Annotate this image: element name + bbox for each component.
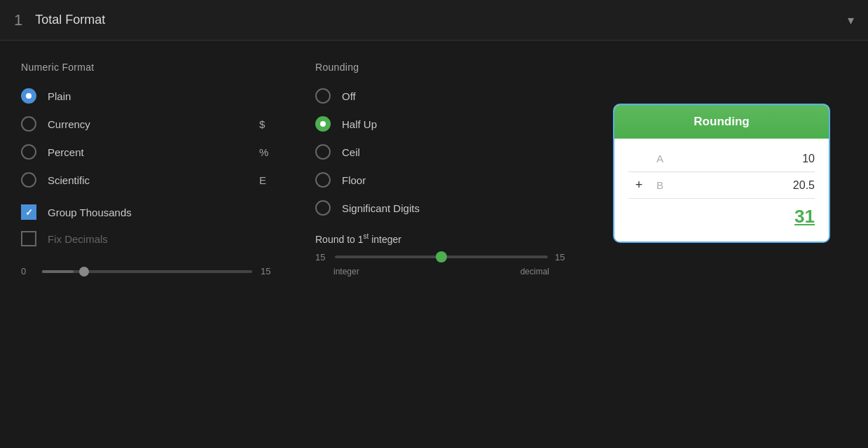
radio-scientific-label: Scientific bbox=[48, 174, 248, 186]
decimals-slider-fill bbox=[42, 270, 74, 273]
slider-decimal-label: decimal bbox=[521, 267, 549, 276]
header: 1 Total Format ▾ bbox=[0, 0, 868, 41]
header-number: 1 bbox=[14, 11, 22, 29]
radio-floor-circle bbox=[315, 172, 331, 188]
rounding-slider-row: 15 15 bbox=[315, 252, 567, 262]
slider-integer-label: integer bbox=[333, 267, 359, 276]
radio-plain-circle bbox=[21, 88, 36, 104]
preview-card: Rounding A 10 + B 20.5 31 bbox=[613, 104, 830, 243]
main-content: Numeric Format Plain Currency $ Percent … bbox=[0, 41, 868, 448]
numeric-format-panel: Numeric Format Plain Currency $ Percent … bbox=[21, 62, 273, 434]
card-var-a: A bbox=[649, 153, 773, 164]
numeric-format-label: Numeric Format bbox=[21, 62, 273, 73]
checkbox-group-thousands-box bbox=[21, 204, 36, 220]
radio-half-up-circle bbox=[315, 116, 331, 132]
radio-currency-circle bbox=[21, 116, 36, 132]
radio-half-up-dot bbox=[320, 121, 326, 127]
radio-percent[interactable]: Percent % bbox=[21, 144, 273, 160]
card-val-b: 20.5 bbox=[773, 179, 815, 192]
radio-scientific-symbol: E bbox=[259, 174, 273, 186]
radio-off-circle bbox=[315, 88, 331, 104]
radio-currency-label: Currency bbox=[48, 118, 248, 130]
card-total-row: 31 bbox=[628, 199, 815, 230]
radio-floor[interactable]: Floor bbox=[315, 172, 567, 188]
radio-currency[interactable]: Currency $ bbox=[21, 116, 273, 132]
card-header: Rounding bbox=[614, 105, 829, 139]
card-row-a: A 10 bbox=[628, 146, 815, 172]
rounding-slider-right-label: 15 bbox=[555, 252, 567, 262]
decimals-slider-thumb[interactable] bbox=[79, 267, 89, 276]
rounding-radio-group: Off Half Up Ceil Floor Signi bbox=[315, 88, 567, 216]
radio-currency-symbol: $ bbox=[259, 118, 273, 130]
card-body: A 10 + B 20.5 31 bbox=[614, 139, 829, 241]
radio-significant-digits[interactable]: Significant Digits bbox=[315, 200, 567, 216]
checkbox-group-thousands-label: Group Thousands bbox=[48, 206, 132, 218]
decimals-slider-track[interactable] bbox=[42, 270, 252, 273]
round-to-label: Round to 1st integer bbox=[315, 232, 567, 245]
radio-scientific-circle bbox=[21, 172, 36, 188]
card-op-b: + bbox=[628, 178, 649, 192]
preview-panel: Rounding A 10 + B 20.5 31 bbox=[609, 62, 834, 434]
card-header-title: Rounding bbox=[694, 115, 749, 128]
card-op-a bbox=[628, 151, 649, 166]
decimals-slider-row: 0 15 bbox=[21, 266, 273, 276]
radio-plain-label: Plain bbox=[48, 90, 273, 102]
radio-ceil-circle bbox=[315, 144, 331, 160]
card-var-b: B bbox=[649, 179, 773, 191]
checkbox-group-thousands[interactable]: Group Thousands bbox=[21, 204, 273, 220]
chevron-down-icon[interactable]: ▾ bbox=[848, 13, 854, 28]
card-total-value: 31 bbox=[794, 206, 815, 227]
rounding-slider-track[interactable] bbox=[335, 255, 548, 258]
rounding-slider-labels: integer decimal bbox=[315, 267, 567, 276]
checkbox-group: Group Thousands Fix Decimals bbox=[21, 204, 273, 246]
rounding-panel: Rounding Off Half Up Ceil Flo bbox=[315, 62, 567, 434]
radio-off-label: Off bbox=[342, 90, 567, 102]
radio-scientific[interactable]: Scientific E bbox=[21, 172, 273, 188]
radio-floor-label: Floor bbox=[342, 174, 567, 186]
header-title: Total Format bbox=[35, 13, 848, 27]
radio-percent-label: Percent bbox=[48, 146, 248, 158]
round-to-text: Round to 1 bbox=[315, 234, 364, 245]
card-val-a: 10 bbox=[773, 153, 815, 165]
radio-half-up-label: Half Up bbox=[342, 118, 567, 130]
radio-plain-dot bbox=[26, 93, 32, 99]
card-row-b: + B 20.5 bbox=[628, 172, 815, 199]
radio-ceil[interactable]: Ceil bbox=[315, 144, 567, 160]
rounding-slider-thumb[interactable] bbox=[436, 251, 447, 262]
radio-percent-symbol: % bbox=[259, 146, 273, 158]
radio-off[interactable]: Off bbox=[315, 88, 567, 104]
radio-percent-circle bbox=[21, 144, 36, 160]
slider-max-label: 15 bbox=[261, 266, 273, 276]
slider-min-label: 0 bbox=[21, 266, 34, 276]
radio-half-up[interactable]: Half Up bbox=[315, 116, 567, 132]
checkbox-fix-decimals-box bbox=[21, 231, 36, 246]
radio-sig-digits-circle bbox=[315, 200, 331, 216]
checkbox-fix-decimals[interactable]: Fix Decimals bbox=[21, 231, 273, 246]
radio-ceil-label: Ceil bbox=[342, 146, 567, 158]
radio-sig-digits-label: Significant Digits bbox=[342, 202, 567, 214]
round-to-suffix: integer bbox=[368, 234, 401, 245]
rounding-label: Rounding bbox=[315, 62, 567, 73]
radio-plain[interactable]: Plain bbox=[21, 88, 273, 104]
rounding-slider-left-label: 15 bbox=[315, 252, 328, 262]
numeric-format-radio-group: Plain Currency $ Percent % Scientific E bbox=[21, 88, 273, 188]
checkbox-fix-decimals-label: Fix Decimals bbox=[48, 233, 108, 245]
